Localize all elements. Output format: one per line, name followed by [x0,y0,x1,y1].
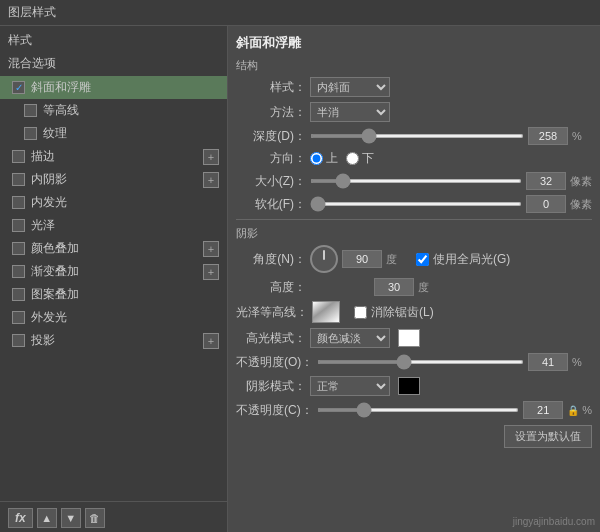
direction-up-radio[interactable]: 上 [310,150,338,167]
angle-input[interactable] [342,250,382,268]
style-item-内阴影[interactable]: 内阴影+ [0,168,227,191]
angle-label: 角度(N)： [236,251,306,268]
checkbox-等高线[interactable] [24,104,37,117]
method-select[interactable]: 半消雕刻清晰雕刻柔和平滑 [310,102,390,122]
set-default-button[interactable]: 设置为默认值 [504,425,592,448]
angle-unit: 度 [386,252,406,267]
shadow-opacity-label: 不透明度(C)： [236,402,313,419]
style-label-图案叠加: 图案叠加 [31,286,79,303]
soften-slider[interactable] [310,202,522,206]
size-slider-container [310,179,522,183]
checkbox-外发光[interactable] [12,311,25,324]
style-item-等高线[interactable]: 等高线 [0,99,227,122]
shadow-mode-row: 阴影模式： 正常正片叠底滤色叠加 [236,376,592,396]
right-panel: 斜面和浮雕 结构 样式： 内斜面外斜面浮雕效果枕状浮雕描边浮雕 方法： 半消雕刻… [228,26,600,532]
style-label-内发光: 内发光 [31,194,67,211]
checkbox-内发光[interactable] [12,196,25,209]
add-btn-颜色叠加[interactable]: + [203,241,219,257]
direction-label: 方向： [236,150,306,167]
checkbox-光泽[interactable] [12,219,25,232]
style-item-纹理[interactable]: 纹理 [0,122,227,145]
delete-button[interactable]: 🗑 [85,508,105,528]
style-row: 样式： 内斜面外斜面浮雕效果枕状浮雕描边浮雕 [236,77,592,97]
checkbox-图案叠加[interactable] [12,288,25,301]
highlight-opacity-input[interactable] [528,353,568,371]
soften-row: 软化(F)： 像素 [236,195,592,213]
global-light-row: 使用全局光(G) [416,251,510,268]
anti-alias-checkbox[interactable] [354,306,367,319]
depth-unit: % [572,130,592,142]
left-panel: 样式 混合选项 斜面和浮雕等高线纹理描边+内阴影+内发光光泽颜色叠加+渐变叠加+… [0,26,228,532]
angle-row: 角度(N)： 度 使用全局光(G) [236,245,592,273]
fx-button[interactable]: fx [8,508,33,528]
size-input[interactable] [526,172,566,190]
style-item-渐变叠加[interactable]: 渐变叠加+ [0,260,227,283]
shadow-opacity-input[interactable] [523,401,563,419]
depth-slider-container [310,134,524,138]
checkbox-描边[interactable] [12,150,25,163]
gloss-label: 光泽等高线： [236,304,308,321]
style-items-list: 斜面和浮雕等高线纹理描边+内阴影+内发光光泽颜色叠加+渐变叠加+图案叠加外发光投… [0,76,227,352]
size-slider[interactable] [310,179,522,183]
highlight-color-preview[interactable] [398,329,420,347]
altitude-input[interactable] [374,278,414,296]
shadow-mode-select[interactable]: 正常正片叠底滤色叠加 [310,376,390,396]
depth-label: 深度(D)： [236,128,306,145]
checkbox-投影[interactable] [12,334,25,347]
blend-options-item[interactable]: 混合选项 [0,51,227,76]
method-label: 方法： [236,104,306,121]
global-light-checkbox[interactable] [416,253,429,266]
style-item-图案叠加[interactable]: 图案叠加 [0,283,227,306]
soften-unit: 像素 [570,197,592,212]
depth-input[interactable]: 258 [528,127,568,145]
style-label-外发光: 外发光 [31,309,67,326]
size-label: 大小(Z)： [236,173,306,190]
altitude-label: 高度： [236,279,306,296]
title-bar: 图层样式 [0,0,600,26]
checkbox-纹理[interactable] [24,127,37,140]
checkbox-渐变叠加[interactable] [12,265,25,278]
left-panel-bottom: fx ▲ ▼ 🗑 [0,501,227,532]
shadow-opacity-slider[interactable] [317,408,519,412]
gloss-contour-preview[interactable] [312,301,340,323]
style-select[interactable]: 内斜面外斜面浮雕效果枕状浮雕描边浮雕 [310,77,390,97]
soften-label: 软化(F)： [236,196,306,213]
checkbox-斜面和浮雕[interactable] [12,81,25,94]
style-item-内发光[interactable]: 内发光 [0,191,227,214]
add-btn-内阴影[interactable]: + [203,172,219,188]
shadow-opacity-row: 不透明度(C)： 🔒 % [236,401,592,419]
add-btn-投影[interactable]: + [203,333,219,349]
highlight-opacity-unit: % [572,356,592,368]
checkbox-内阴影[interactable] [12,173,25,186]
shadow-color-preview[interactable] [398,377,420,395]
style-label-渐变叠加: 渐变叠加 [31,263,79,280]
add-btn-描边[interactable]: + [203,149,219,165]
move-down-button[interactable]: ▼ [61,508,81,528]
anti-alias-row: 消除锯齿(L) [354,304,434,321]
direction-down-radio[interactable]: 下 [346,150,374,167]
soften-input[interactable] [526,195,566,213]
style-item-颜色叠加[interactable]: 颜色叠加+ [0,237,227,260]
bevel-section-title: 斜面和浮雕 [236,34,592,52]
style-item-外发光[interactable]: 外发光 [0,306,227,329]
add-btn-渐变叠加[interactable]: + [203,264,219,280]
depth-slider[interactable] [310,134,524,138]
angle-circle[interactable] [310,245,338,273]
style-label-内阴影: 内阴影 [31,171,67,188]
global-light-label: 使用全局光(G) [433,251,510,268]
altitude-unit: 度 [418,280,438,295]
styles-section-label: 样式 [0,26,227,51]
highlight-opacity-slider[interactable] [317,360,524,364]
style-item-投影[interactable]: 投影+ [0,329,227,352]
style-label-等高线: 等高线 [43,102,79,119]
method-row: 方法： 半消雕刻清晰雕刻柔和平滑 [236,102,592,122]
highlight-mode-select[interactable]: 颜色减淡正常正片叠底滤色 [310,328,390,348]
style-item-光泽[interactable]: 光泽 [0,214,227,237]
style-item-斜面和浮雕[interactable]: 斜面和浮雕 [0,76,227,99]
highlight-opacity-label: 不透明度(O)： [236,354,313,371]
style-item-描边[interactable]: 描边+ [0,145,227,168]
checkbox-颜色叠加[interactable] [12,242,25,255]
move-up-button[interactable]: ▲ [37,508,57,528]
highlight-mode-row: 高光模式： 颜色减淡正常正片叠底滤色 [236,328,592,348]
style-label-纹理: 纹理 [43,125,67,142]
